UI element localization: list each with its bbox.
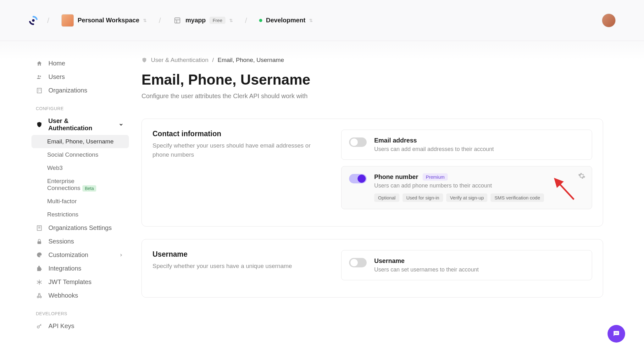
option-desc: Users can set usernames to their account [374, 266, 584, 273]
snowflake-icon [36, 279, 43, 286]
svg-point-24 [615, 333, 616, 334]
section-configure-label: CONFIGURE [31, 97, 129, 114]
app-selector[interactable]: myapp Free ⇅ [170, 14, 236, 27]
breadcrumb-parent[interactable]: User & Authentication [151, 57, 208, 64]
users-icon [36, 74, 43, 81]
premium-badge: Premium [423, 173, 448, 181]
breadcrumb-current: Email, Phone, Username [218, 57, 284, 64]
card-title: Username [153, 250, 316, 259]
separator: / [159, 16, 161, 25]
shield-icon [36, 121, 42, 128]
sidebar-item-jwt-templates[interactable]: JWT Templates [31, 275, 129, 289]
section-developers-label: DEVELOPERS [31, 302, 129, 319]
svg-rect-1 [175, 18, 180, 23]
workspace-label: Personal Workspace [78, 17, 139, 24]
sidebar: Home Users Organizations CONFIGURE User … [0, 41, 129, 352]
chat-fab[interactable] [608, 325, 625, 343]
svg-point-26 [617, 333, 618, 334]
sidebar-item-api-keys[interactable]: API Keys [31, 319, 129, 333]
sidebar-item-label: Home [48, 60, 65, 67]
email-address-option: Email address Users can add email addres… [341, 130, 592, 160]
chip-optional: Optional [374, 193, 399, 202]
svg-point-25 [616, 333, 617, 334]
separator: / [245, 16, 247, 25]
sidebar-item-label: Sessions [48, 238, 74, 245]
svg-rect-6 [37, 88, 41, 93]
chevron-updown-icon: ⇅ [143, 18, 147, 23]
page-title: Email, Phone, Username [142, 71, 603, 88]
svg-point-22 [37, 326, 39, 328]
phone-settings-button[interactable] [578, 172, 586, 180]
sidebar-item-label: User & Authentication [48, 117, 112, 132]
sidebar-item-label: JWT Templates [48, 278, 92, 286]
phone-toggle[interactable] [349, 174, 367, 183]
sidebar-item-sessions[interactable]: Sessions [31, 235, 129, 248]
svg-point-4 [38, 75, 39, 77]
username-card: Username Specify whether your users have… [142, 239, 603, 298]
webhook-icon [36, 292, 43, 299]
option-title: Phone number [374, 173, 418, 181]
sidebar-subitem-restrictions[interactable]: Restrictions [31, 208, 129, 221]
option-title: Username [374, 257, 584, 265]
sidebar-item-label: Organizations [48, 87, 87, 94]
option-desc: Users can add phone numbers to their acc… [374, 182, 584, 189]
username-toggle[interactable] [349, 258, 367, 267]
environment-label: Development [266, 17, 306, 24]
workspace-avatar [61, 14, 74, 27]
sidebar-item-organizations[interactable]: Organizations [31, 84, 129, 97]
email-toggle[interactable] [349, 137, 367, 147]
sidebar-item-label: Integrations [48, 265, 81, 272]
sidebar-item-webhooks[interactable]: Webhooks [31, 289, 129, 302]
lock-icon [36, 238, 43, 245]
chevron-right-icon [118, 252, 125, 259]
card-title: Contact information [153, 130, 316, 138]
sidebar-item-label: API Keys [48, 322, 74, 330]
chip-sms-verification: SMS verification code [491, 193, 544, 202]
breadcrumb: User & Authentication / Email, Phone, Us… [142, 57, 603, 64]
home-icon [36, 60, 43, 67]
card-desc: Specify whether your users should have e… [153, 141, 316, 159]
chevron-updown-icon: ⇅ [229, 18, 233, 23]
chat-icon [612, 330, 620, 338]
svg-point-0 [32, 19, 35, 22]
main-content: User & Authentication / Email, Phone, Us… [129, 41, 644, 352]
svg-point-5 [40, 75, 41, 77]
sidebar-subitem-email-phone-username[interactable]: Email, Phone, Username [31, 135, 129, 148]
app-label: myapp [186, 17, 206, 24]
separator: / [212, 57, 214, 64]
sidebar-item-home[interactable]: Home [31, 57, 129, 70]
sidebar-item-customization[interactable]: Customization [31, 248, 129, 262]
sidebar-subitem-social-connections[interactable]: Social Connections [31, 148, 129, 161]
chip-verify-at-signup: Verify at sign-up [446, 193, 488, 202]
svg-point-19 [37, 296, 39, 298]
building-icon [36, 225, 43, 232]
top-bar: / Personal Workspace ⇅ / myapp Free ⇅ / … [0, 0, 644, 41]
svg-point-20 [40, 296, 42, 298]
sidebar-item-user-auth[interactable]: User & Authentication [31, 114, 129, 135]
plan-badge: Free [209, 17, 225, 24]
sidebar-item-org-settings[interactable]: Organizations Settings [31, 221, 129, 235]
status-dot-icon [259, 19, 262, 22]
layout-icon [173, 16, 182, 25]
sidebar-item-users[interactable]: Users [31, 70, 129, 84]
svg-rect-15 [37, 241, 41, 244]
chevron-updown-icon: ⇅ [309, 18, 313, 23]
puzzle-icon [36, 265, 43, 272]
sidebar-item-integrations[interactable]: Integrations [31, 262, 129, 275]
clerk-logo[interactable] [28, 15, 38, 25]
user-avatar[interactable] [602, 14, 616, 27]
page-subtitle: Configure the user attributes the Clerk … [142, 92, 603, 100]
environment-selector[interactable]: Development ⇅ [256, 15, 316, 26]
sidebar-item-label: Customization [48, 251, 88, 259]
sidebar-subitem-enterprise-connections[interactable]: Enterprise ConnectionsBeta [31, 175, 129, 195]
building-icon [36, 87, 43, 94]
chevron-down-icon [118, 121, 125, 128]
chip-used-for-signin: Used for sign-in [402, 193, 443, 202]
sidebar-subitem-multi-factor[interactable]: Multi-factor [31, 195, 129, 208]
workspace-selector[interactable]: Personal Workspace ⇅ [58, 12, 150, 29]
option-desc: Users can add email addresses to their a… [374, 146, 584, 153]
separator: / [47, 16, 49, 25]
paint-icon [36, 252, 43, 259]
shield-icon [142, 57, 147, 63]
sidebar-subitem-web3[interactable]: Web3 [31, 161, 129, 175]
